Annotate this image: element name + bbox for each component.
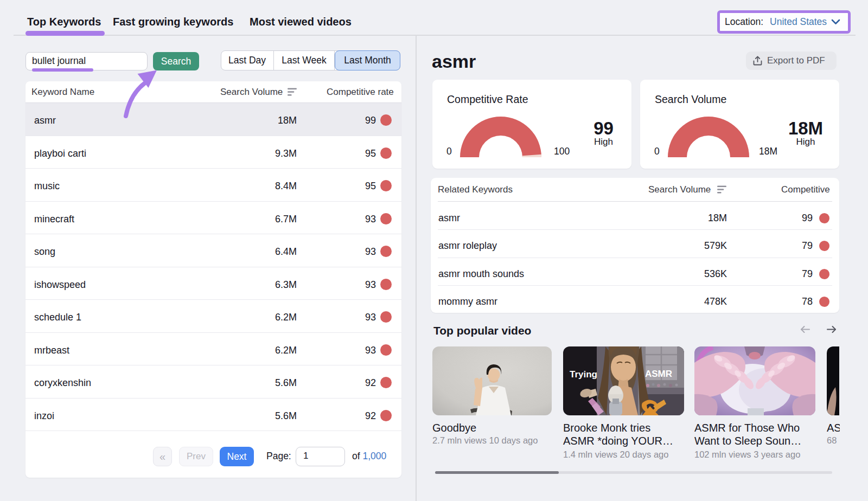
svg-text:Trying: Trying: [570, 369, 597, 380]
svg-text:ASMR: ASMR: [645, 369, 672, 379]
